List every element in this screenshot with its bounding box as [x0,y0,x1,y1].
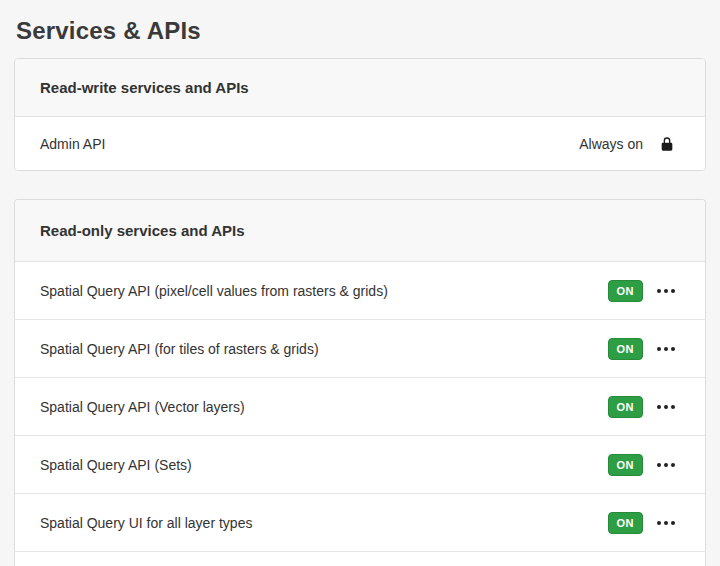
more-options-icon [657,347,675,351]
more-options-icon [657,463,675,467]
toggle-on-badge[interactable]: ON [608,454,644,476]
lock-icon [659,136,675,152]
more-options-icon [657,289,675,293]
more-options-icon [657,405,675,409]
service-label: Spatial Query API (for tiles of rasters … [40,341,319,357]
more-options-button[interactable] [657,345,675,353]
card-header-title: Read-only services and APIs [40,222,245,239]
service-label: Spatial Query API (pixel/cell values fro… [40,283,388,299]
read-only-services-card: Read-only services and APIs Spatial Quer… [14,199,706,566]
more-options-button[interactable] [657,287,675,295]
service-row-spatial-query-api-tiles: Spatial Query API (for tiles of rasters … [15,320,705,378]
read-write-services-card: Read-write services and APIs Admin API A… [14,58,706,171]
page-title: Services & APIs [16,16,706,46]
service-row-spatial-query-api-pixel: Spatial Query API (pixel/cell values fro… [15,262,705,320]
service-row-spatial-query-ui: Spatial Query UI for all layer types ON [15,494,705,552]
service-label: Spatial Query API (Sets) [40,457,192,473]
service-label: Spatial Query UI for all layer types [40,515,252,531]
toggle-on-badge[interactable]: ON [608,512,644,534]
card-header: Read-only services and APIs [15,200,705,262]
card-header-title: Read-write services and APIs [40,79,249,96]
more-options-button[interactable] [657,519,675,527]
toggle-on-badge[interactable]: ON [608,396,644,418]
more-options-button[interactable] [657,461,675,469]
more-options-icon [657,521,675,525]
service-row-spatial-query-api-sets: Spatial Query API (Sets) ON [15,436,705,494]
service-row-admin-api: Admin API Always on [15,117,705,170]
toggle-on-badge[interactable]: ON [608,280,644,302]
service-label: Admin API [40,136,105,152]
service-row-spatial-query-api-vector: Spatial Query API (Vector layers) ON [15,378,705,436]
toggle-on-badge[interactable]: ON [608,338,644,360]
card-header: Read-write services and APIs [15,59,705,117]
always-on-status: Always on [579,136,643,152]
service-label: Spatial Query API (Vector layers) [40,399,245,415]
more-options-button[interactable] [657,403,675,411]
service-row-partial [15,552,705,566]
services-apis-page: Services & APIs Read-write services and … [0,0,720,566]
